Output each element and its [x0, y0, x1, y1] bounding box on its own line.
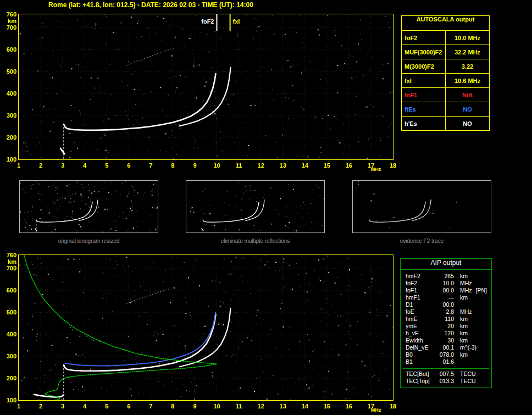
y-axis-tick-label: 700	[0, 24, 16, 31]
aip-row-unit: TECU	[454, 378, 476, 385]
x-axis-tick-label: 3	[57, 162, 69, 169]
aip-row-unit: km	[454, 337, 468, 344]
x-axis-tick-label: 1	[13, 403, 25, 410]
x-axis-tick-label: 4	[79, 403, 91, 410]
aip-row-label: hmE	[406, 316, 435, 323]
aip-row-label: foF2	[406, 280, 435, 287]
aip-row-label: foE	[406, 308, 435, 316]
x-axis-tick-label: 5	[101, 403, 113, 410]
y-axis-tick-label: 200	[0, 375, 16, 381]
svg-text:fxI: fxI	[233, 18, 240, 25]
autoscala-row-value: N/A	[446, 88, 489, 102]
aip-table-row: hmF1---km	[406, 294, 489, 301]
aip-table-row: Ewidth30km	[406, 337, 489, 344]
aip-row-value: 265	[435, 273, 454, 280]
aip-row-unit: km	[454, 294, 468, 301]
aip-row-unit	[454, 301, 460, 308]
y-axis-tick-label: 760	[0, 252, 16, 258]
x-axis-tick-label: 13	[277, 162, 289, 169]
aip-panel-title: AIP output	[401, 259, 491, 270]
bottom-ionogram-canvas	[19, 255, 393, 400]
x-axis-tick-label: 12	[255, 162, 267, 169]
x-axis-tick-label: 7	[145, 403, 157, 410]
x-axis-tick-label: 15	[321, 162, 333, 169]
aip-row-label: TEC[Bot]	[406, 370, 435, 378]
thumbnail-reflections-canvas	[186, 181, 324, 233]
x-axis-tick-label: 9	[189, 162, 201, 169]
x-axis-tick-label: 10	[211, 403, 223, 410]
x-axis-tick-label: 6	[123, 403, 135, 410]
x-axis-tick-label: 14	[299, 162, 311, 169]
aip-row-label: h_vE	[406, 330, 435, 337]
aip-row-unit: TECU	[454, 370, 476, 378]
autoscala-output-panel: AUTOSCALA output foF210.0 MHzMUF(3000)F2…	[401, 15, 490, 131]
autoscala-table-row: fxI10.6 MHz	[402, 73, 489, 87]
aip-row-extra: [PN]	[472, 287, 487, 294]
aip-row-value: 30	[435, 337, 454, 344]
autoscala-row-value: 3.22	[446, 59, 489, 73]
autoscala-row-label: ftEs	[402, 102, 446, 116]
aip-row-value: ---	[435, 294, 454, 301]
x-axis-unit-label: MHz	[370, 167, 382, 172]
autoscala-row-label: MUF(3000)F2	[402, 45, 446, 59]
x-axis-tick-label: 7	[145, 162, 157, 169]
y-axis-tick-label: 600	[0, 287, 16, 294]
aip-row-unit	[454, 358, 460, 366]
bottom-ionogram-plot	[18, 254, 394, 401]
aip-row-label: foF1	[406, 287, 435, 294]
aip-table-row: B101.6	[406, 358, 489, 366]
y-axis-tick-label: 200	[0, 134, 16, 141]
thumbnail-caption-f2-trace: evidence F2 trace	[352, 238, 491, 244]
aip-row-unit: km	[454, 351, 468, 358]
thumbnail-original-canvas	[20, 181, 158, 233]
thumbnail-caption-reflections: eliminate multiple reflections	[186, 238, 325, 244]
x-axis-tick-label: 12	[255, 403, 267, 410]
aip-row-unit: MHz	[454, 280, 472, 287]
x-axis-tick-label: 10	[211, 162, 223, 169]
x-axis-tick-label: 4	[79, 162, 91, 169]
aip-table-row: D100.0	[406, 301, 489, 308]
aip-row-value: 120	[435, 330, 454, 337]
aip-row-label: hmF2	[406, 273, 435, 280]
x-axis-tick-label: 15	[321, 403, 333, 410]
y-axis-tick-label: 400	[0, 90, 16, 97]
aip-row-label: Ewidth	[406, 337, 435, 344]
aip-row-label: B1	[406, 358, 435, 366]
x-axis-tick-label: 13	[277, 403, 289, 410]
aip-row-value: 10.0	[435, 280, 454, 287]
x-axis-tick-label: 2	[35, 162, 47, 169]
autoscala-row-value: 10.6 MHz	[446, 74, 489, 87]
aip-row-label: hmF1	[406, 294, 435, 301]
autoscala-row-label: M(3000)F2	[402, 59, 446, 73]
aip-table-row: DelN_vE00.1m^(-3)	[406, 344, 489, 351]
thumbnail-f2-trace	[352, 180, 491, 233]
aip-row-label: DelN_vE	[406, 344, 435, 351]
top-ionogram-plot: foF2fxI	[18, 14, 394, 160]
aip-table-row: h_vE120km	[406, 330, 489, 337]
aip-tec-rows: TEC[Bot]007.5TECUTEC[Top]013.3TECU	[403, 368, 489, 388]
aip-table-row: ymE20km	[406, 323, 489, 330]
aip-table-row: B0078.0km	[406, 351, 489, 358]
autoscala-row-label: foF2	[402, 31, 446, 45]
x-axis-tick-label: 18	[387, 162, 399, 169]
aip-row-unit: km	[454, 323, 468, 330]
x-axis-tick-label: 16	[343, 162, 355, 169]
x-axis-tick-label: 5	[101, 162, 113, 169]
x-axis-tick-label: 18	[387, 403, 399, 410]
aip-table-row: foE2.8MHz	[406, 308, 489, 316]
y-axis-tick-label: 700	[0, 265, 16, 272]
aip-row-label: ymE	[406, 323, 435, 330]
y-axis-tick-label: 400	[0, 331, 16, 337]
autoscala-rows: foF210.0 MHzMUF(3000)F232.2 MHzM(3000)F2…	[402, 30, 489, 130]
svg-text:foF2: foF2	[201, 18, 214, 25]
aip-row-unit: km	[454, 273, 468, 280]
aip-table-row: foF210.0MHz	[406, 280, 489, 287]
thumbnail-multiple-reflections-removed	[186, 180, 325, 233]
aip-tec-row: TEC[Bot]007.5TECU	[406, 370, 488, 378]
autoscala-table-row: ftEsNO	[402, 102, 489, 116]
aip-row-value: 00.0	[435, 287, 454, 294]
aip-row-value: 013.3	[435, 378, 454, 385]
y-axis-tick-label: 300	[0, 112, 16, 119]
autoscala-row-label: foF1	[402, 88, 446, 102]
x-axis-tick-label: 2	[35, 403, 47, 410]
